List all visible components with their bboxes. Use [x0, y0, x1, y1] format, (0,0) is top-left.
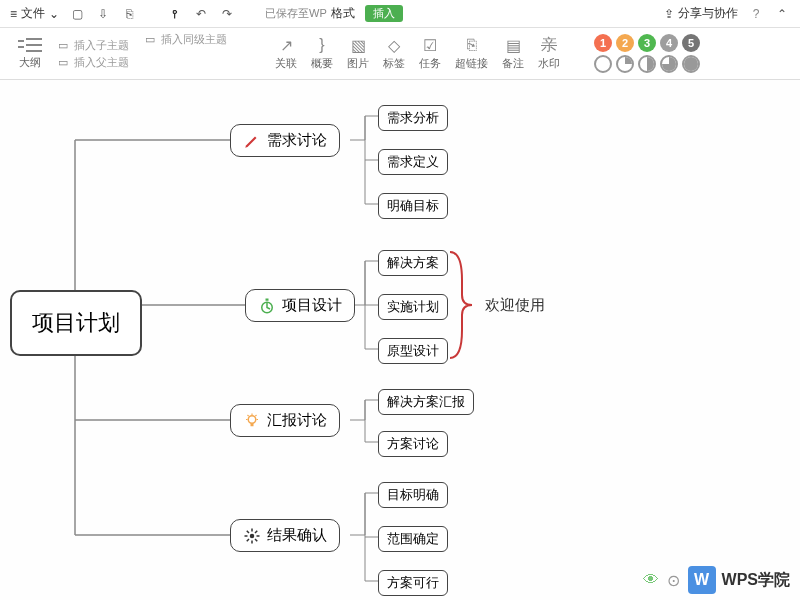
- format-tab[interactable]: 格式: [331, 5, 355, 22]
- note-label: 备注: [502, 56, 524, 71]
- priority-2[interactable]: 2: [616, 34, 634, 52]
- branch-node-3[interactable]: 汇报讨论: [230, 404, 340, 437]
- eye-icon[interactable]: 👁: [643, 571, 659, 589]
- watermark-label: 水印: [538, 56, 560, 71]
- tag-icon: ◇: [385, 36, 403, 54]
- leaf-label: 明确目标: [387, 197, 439, 215]
- priority-3[interactable]: 3: [638, 34, 656, 52]
- format-paint-icon[interactable]: ⫯: [167, 6, 183, 22]
- svg-rect-8: [251, 423, 254, 426]
- leaf-label: 原型设计: [387, 342, 439, 360]
- sibling-icon: ▭: [143, 33, 157, 47]
- branch-3-label: 汇报讨论: [267, 411, 327, 430]
- leaf-label: 解决方案: [387, 254, 439, 272]
- mindmap-canvas[interactable]: 项目计划 需求讨论 需求分析 需求定义 明确目标 项目设计 解决方案 实施计划 …: [0, 80, 800, 600]
- insert-parent-button[interactable]: ▭插入父主题: [56, 55, 129, 70]
- leaf-label: 需求分析: [387, 109, 439, 127]
- svg-rect-0: [18, 40, 24, 42]
- leaf-node[interactable]: 需求定义: [378, 149, 448, 175]
- progress-100[interactable]: [682, 55, 700, 73]
- image-button[interactable]: ▧图片: [347, 36, 369, 71]
- export-icon[interactable]: ⎘: [121, 6, 137, 22]
- share-label: 分享与协作: [678, 5, 738, 22]
- leaf-node[interactable]: 方案可行: [378, 570, 448, 596]
- redo-icon[interactable]: ↷: [219, 6, 235, 22]
- outline-button[interactable]: 大纲: [18, 38, 42, 70]
- insert-child-button[interactable]: ▭插入子主题: [56, 38, 129, 53]
- priority-5[interactable]: 5: [682, 34, 700, 52]
- file-menu[interactable]: ≡ 文件 ⌄: [10, 5, 59, 22]
- collapse-icon[interactable]: ⌃: [774, 6, 790, 22]
- leaf-node[interactable]: 原型设计: [378, 338, 448, 364]
- task-button[interactable]: ☑任务: [419, 36, 441, 71]
- priority-1[interactable]: 1: [594, 34, 612, 52]
- progress-row: [594, 55, 700, 73]
- note-button[interactable]: ▤备注: [502, 36, 524, 71]
- relation-button[interactable]: ↗关联: [275, 36, 297, 71]
- leaf-node[interactable]: 实施计划: [378, 294, 448, 320]
- wps-brand-label: WPS学院: [722, 570, 790, 591]
- target-icon[interactable]: ⊙: [667, 571, 680, 590]
- bulb-icon: [243, 412, 261, 430]
- branch-node-1[interactable]: 需求讨论: [230, 124, 340, 157]
- ribbon-toolbar: 大纲 ▭插入子主题 ▭插入父主题 ▭插入同级主题 ↗关联 }概要 ▧图片 ◇标签…: [0, 28, 800, 80]
- image-label: 图片: [347, 56, 369, 71]
- watermark-button[interactable]: 亲水印: [538, 36, 560, 71]
- leaf-node[interactable]: 目标明确: [378, 482, 448, 508]
- summary-button[interactable]: }概要: [311, 36, 333, 71]
- svg-point-7: [248, 415, 256, 423]
- wps-logo-icon: W: [688, 566, 716, 594]
- progress-75[interactable]: [660, 55, 678, 73]
- tag-button[interactable]: ◇标签: [383, 36, 405, 71]
- insert-child-label: 插入子主题: [74, 38, 129, 53]
- leaf-label: 实施计划: [387, 298, 439, 316]
- progress-50[interactable]: [638, 55, 656, 73]
- gear-icon: [243, 527, 261, 545]
- new-icon[interactable]: ▢: [69, 6, 85, 22]
- insert-topic-group: ▭插入子主题 ▭插入父主题: [56, 38, 129, 70]
- branch-4-label: 结果确认: [267, 526, 327, 545]
- insert-tab[interactable]: 插入: [365, 5, 403, 22]
- leaf-node[interactable]: 解决方案汇报: [378, 389, 474, 415]
- leaf-label: 目标明确: [387, 486, 439, 504]
- leaf-label: 方案可行: [387, 574, 439, 592]
- bottom-right-bar: 👁 ⊙ W WPS学院: [633, 560, 800, 600]
- note-icon: ▤: [504, 36, 522, 54]
- progress-0[interactable]: [594, 55, 612, 73]
- summary-icon: }: [313, 36, 331, 54]
- undo-icon[interactable]: ↶: [193, 6, 209, 22]
- branch-node-4[interactable]: 结果确认: [230, 519, 340, 552]
- insert-sibling-button[interactable]: ▭插入同级主题: [143, 32, 227, 47]
- task-label: 任务: [419, 56, 441, 71]
- chevron-down-icon: ⌄: [49, 7, 59, 21]
- top-toolbar: ≡ 文件 ⌄ ▢ ⇩ ⎘ ⫯ ↶ ↷ 已保存至WP 格式 插入 ⇪ 分享与协作 …: [0, 0, 800, 28]
- saved-status: 已保存至WP: [265, 6, 327, 21]
- hyperlink-button[interactable]: ⎘超链接: [455, 36, 488, 71]
- root-node[interactable]: 项目计划: [10, 290, 142, 356]
- priority-4[interactable]: 4: [660, 34, 678, 52]
- svg-rect-4: [26, 50, 42, 52]
- callout-text[interactable]: 欢迎使用: [485, 296, 545, 315]
- download-icon[interactable]: ⇩: [95, 6, 111, 22]
- progress-25[interactable]: [616, 55, 634, 73]
- relation-label: 关联: [275, 56, 297, 71]
- leaf-node[interactable]: 方案讨论: [378, 431, 448, 457]
- hyperlink-label: 超链接: [455, 56, 488, 71]
- menu-icon: ≡: [10, 7, 17, 21]
- share-icon: ⇪: [664, 7, 674, 21]
- pencil-icon: [243, 132, 261, 150]
- leaf-node[interactable]: 需求分析: [378, 105, 448, 131]
- branch-1-label: 需求讨论: [267, 131, 327, 150]
- branch-node-2[interactable]: 项目设计: [245, 289, 355, 322]
- leaf-node[interactable]: 明确目标: [378, 193, 448, 219]
- leaf-node[interactable]: 范围确定: [378, 526, 448, 552]
- outline-icon: [18, 38, 42, 52]
- share-button[interactable]: ⇪ 分享与协作: [664, 5, 738, 22]
- svg-rect-6: [266, 298, 269, 300]
- parent-icon: ▭: [56, 55, 70, 69]
- help-button[interactable]: ?: [748, 6, 764, 22]
- leaf-node[interactable]: 解决方案: [378, 250, 448, 276]
- link-icon: ⎘: [463, 36, 481, 54]
- summary-label: 概要: [311, 56, 333, 71]
- task-icon: ☑: [421, 36, 439, 54]
